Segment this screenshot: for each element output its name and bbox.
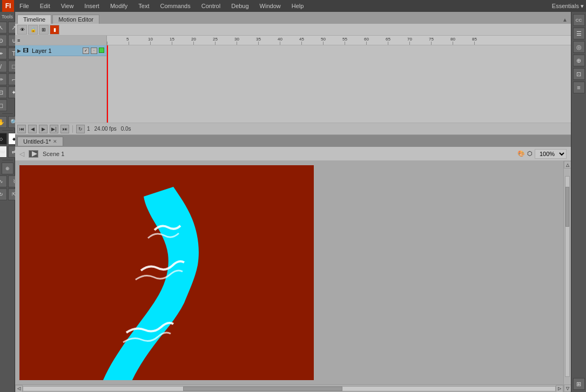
tl-next-frame-btn[interactable]: ▶| <box>50 125 58 133</box>
vscroll-down-btn[interactable]: ▽ <box>564 384 571 392</box>
ri-btn-2[interactable]: ☰ <box>573 28 585 39</box>
menu-commands[interactable]: Commands <box>158 2 192 10</box>
stage-tabbar: Untitled-1* ✕ <box>15 135 571 147</box>
tab-motion-editor[interactable]: Motion Editor <box>52 15 99 24</box>
stage-canvas <box>19 165 314 380</box>
menu-text[interactable]: Text <box>136 2 151 10</box>
black-white-btn[interactable]: B/W <box>0 146 7 158</box>
timeline-area: Timeline Motion Editor ▲ 👁 🔒 ⊞ ▮ <box>15 12 571 135</box>
rotate-btn[interactable]: ↻ <box>0 188 7 200</box>
hscroll-thumb[interactable] <box>183 387 343 391</box>
tl-grid-btn[interactable]: ⊞ <box>39 25 49 35</box>
timeline-collapse-btn[interactable]: ▲ <box>561 16 569 24</box>
line-tool[interactable]: / <box>0 60 7 72</box>
timeline-ruler: 510152025303540455055606570758085 <box>107 36 571 45</box>
tl-lock-btn[interactable]: 🔒 <box>28 25 38 35</box>
paint-bucket-tool[interactable]: ⊡ <box>0 86 7 98</box>
timeline-tabs: Timeline Motion Editor ▲ <box>15 12 571 24</box>
essentials-dropdown[interactable]: Essentials ▾ <box>552 3 584 10</box>
stage-nav: ◁ Scene 1 🎨 ⬡ 100% 50% 200% 400% <box>15 147 571 161</box>
zoom-control: 🎨 ⬡ 100% 50% 200% 400% <box>517 149 567 159</box>
vscroll-thumb[interactable] <box>565 187 569 227</box>
zoom-select[interactable]: 100% 50% 200% 400% <box>535 149 567 159</box>
stage-hscrollbar[interactable]: ◁ ▷ <box>15 384 563 392</box>
menu-modify[interactable]: Modify <box>108 2 130 10</box>
tab-timeline[interactable]: Timeline <box>17 15 51 24</box>
menu-insert[interactable]: Insert <box>82 2 102 10</box>
menu-edit[interactable]: Edit <box>38 2 52 10</box>
ri-btn-5[interactable]: ⊡ <box>573 68 585 80</box>
scene-name-label[interactable]: Scene 1 <box>43 151 64 157</box>
wave-svg <box>19 165 314 380</box>
tl-prev-frame-btn[interactable]: ◀ <box>28 125 37 133</box>
eraser-tool[interactable]: ◻ <box>0 99 7 111</box>
menu-debug[interactable]: Debug <box>229 2 251 10</box>
stage-vscrollbar[interactable]: △ ▽ <box>563 161 571 392</box>
ruler-area: 510152025303540455055606570758085 <box>107 36 571 123</box>
timeline-main: ≡ ▶ 🎞 Layer 1 ✓ · <box>15 36 571 123</box>
lasso-tool[interactable]: ⊙ <box>0 35 7 46</box>
stroke-color-btn[interactable]: ◇ <box>0 133 7 145</box>
tool-divider-1 <box>2 113 13 114</box>
menu-window[interactable]: Window <box>258 2 283 10</box>
timeline-toolbar: 👁 🔒 ⊞ ▮ <box>15 24 571 36</box>
layer-lock-btn[interactable]: · <box>91 48 97 54</box>
tl-loop-btn[interactable]: ↻ <box>76 125 85 133</box>
tl-eye-btn[interactable]: 👁 <box>17 25 27 35</box>
stage-tab-label: Untitled-1* <box>23 138 51 145</box>
tl-info: 1 24.00 fps 0.0s <box>87 126 131 132</box>
hand-tool[interactable]: ✋ <box>0 116 7 128</box>
tools-label: Tools <box>2 14 13 19</box>
stage-main: ◁ ▷ △ ▽ <box>15 161 571 392</box>
snap-btn[interactable]: ⊕ <box>2 163 14 174</box>
ri-btn-1[interactable]: CC <box>573 14 585 26</box>
tl-play-btn[interactable]: ▶ <box>39 125 48 133</box>
stage-content: ◁ ▷ <box>15 161 563 392</box>
playhead[interactable] <box>107 45 108 123</box>
hscroll-left-btn[interactable]: ◁ <box>15 385 23 393</box>
tl-frame-number: 1 <box>87 126 90 132</box>
vscroll-up-btn[interactable]: △ <box>564 161 571 168</box>
pen-tool[interactable]: ✒ <box>0 48 7 59</box>
hscroll-track[interactable] <box>23 386 556 391</box>
stage-area: Untitled-1* ✕ ◁ Scene 1 🎨 ⬡ 100% 50% <box>15 135 571 392</box>
tools-panel: Tools ↖ ↗ ⊙ ∪ ✒ T / □ ✏ ⌐ ⊡ ✦ ◻ <box>0 12 15 392</box>
ri-btn-4[interactable]: ⊕ <box>573 55 585 66</box>
app-icon: Fl <box>2 0 14 12</box>
layer-visibility-btn[interactable]: ✓ <box>83 48 89 54</box>
right-panel: Timeline Motion Editor ▲ 👁 🔒 ⊞ ▮ <box>15 12 571 392</box>
layer-expand-icon[interactable]: ▶ <box>17 48 21 53</box>
menu-control[interactable]: Control <box>199 2 223 10</box>
stage-bottom-scroll: ◁ ▷ <box>15 384 563 392</box>
menu-file[interactable]: File <box>17 2 31 10</box>
tl-first-frame-btn[interactable]: ⏮ <box>17 125 26 133</box>
tool-divider-3 <box>2 160 13 160</box>
tl-last-frame-btn[interactable]: ⏭ <box>60 125 69 133</box>
pencil-tool[interactable]: ✏ <box>0 73 7 85</box>
layer-header: ≡ <box>15 36 106 45</box>
ri-btn-3[interactable]: ◎ <box>573 41 585 53</box>
zoom-icon: 🎨 <box>517 150 525 157</box>
menu-help[interactable]: Help <box>289 2 306 10</box>
arrow-tool[interactable]: ↖ <box>0 22 7 33</box>
layer-name-label: Layer 1 <box>32 48 80 54</box>
timeline-content: 👁 🔒 ⊞ ▮ ≡ ▶ 🎞 <box>15 24 571 134</box>
timeline-frames[interactable] <box>107 45 571 123</box>
stage-tab-untitled[interactable]: Untitled-1* ✕ <box>17 137 63 146</box>
layer-color-dot <box>99 48 104 53</box>
vscroll-track[interactable] <box>565 176 570 377</box>
stage-tab-close[interactable]: ✕ <box>53 139 57 144</box>
stage-canvas-wrap[interactable] <box>15 161 563 384</box>
main-layout: Tools ↖ ↗ ⊙ ∪ ✒ T / □ ✏ ⌐ ⊡ ✦ ◻ <box>0 12 586 392</box>
scene-icon <box>29 150 38 158</box>
tl-divider <box>72 125 73 133</box>
hscroll-right-btn[interactable]: ▷ <box>556 385 563 393</box>
tl-time: 0.0s <box>121 126 131 132</box>
ri-btn-bottom[interactable]: ⊞ <box>573 378 585 390</box>
layer-row-1: ▶ 🎞 Layer 1 ✓ · <box>15 45 106 56</box>
smooth-btn[interactable]: ∿ <box>0 175 7 187</box>
tl-playhead-btn[interactable]: ▮ <box>50 25 59 35</box>
ri-btn-6[interactable]: ≡ <box>573 82 585 93</box>
menu-view[interactable]: View <box>59 2 76 10</box>
nav-back-arrow[interactable]: ◁ <box>19 150 24 158</box>
